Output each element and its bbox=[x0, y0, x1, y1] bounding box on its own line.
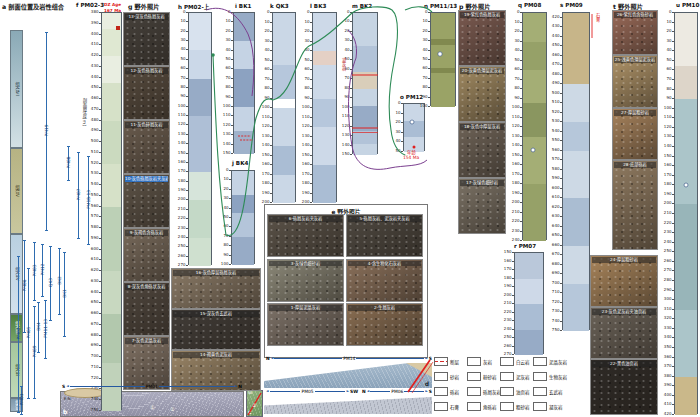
depth-tick-label: 270 bbox=[660, 268, 672, 272]
depth-tick bbox=[310, 202, 313, 203]
lith-dots bbox=[189, 200, 211, 237]
cross-section-d-lower bbox=[264, 395, 432, 414]
legend-swatch-dolo bbox=[500, 357, 514, 366]
depth-tick-label: 10 bbox=[416, 19, 428, 23]
depth-tick-label: 240 bbox=[508, 238, 520, 242]
panel-g-title: g 野外照片 bbox=[128, 2, 159, 11]
depth-tick-label: 130 bbox=[258, 134, 270, 138]
lith-brick bbox=[102, 13, 121, 29]
assemblage-segment: 组合VI bbox=[10, 30, 23, 148]
column-i bbox=[233, 12, 255, 153]
depth-tick-label: 740 bbox=[548, 319, 560, 323]
depth-tick-label: 510 bbox=[87, 150, 99, 154]
arrow-text: ◄ bbox=[367, 389, 370, 394]
depth-tick-label: 170 bbox=[258, 172, 270, 176]
photo-caption: 14-褐黄色泥灰岩 bbox=[173, 352, 259, 358]
field-photo: 9-灰褐色含砾灰岩 bbox=[123, 228, 170, 282]
depth-tick-label: 530 bbox=[548, 119, 560, 123]
lith-brick bbox=[563, 84, 589, 122]
depth-tick-label: 580 bbox=[87, 225, 99, 229]
depth-tick-label: 90 bbox=[174, 94, 186, 98]
depth-tick-label: 0 bbox=[219, 10, 231, 14]
depth-tick-label: 30 bbox=[508, 39, 520, 43]
legend-label: 砾岩 bbox=[450, 389, 459, 395]
lith-check bbox=[313, 165, 336, 203]
depth-tick-label: 50 bbox=[219, 57, 231, 61]
figure-canvas: a 剖面位置及岩性组合 剖面厚度(m) g 野外照片 p 野外照片 t 野外照片… bbox=[0, 0, 700, 417]
lith-brick bbox=[313, 127, 336, 165]
depth-tick-label: 240 bbox=[174, 235, 186, 239]
depth-tick-label: 90 bbox=[416, 95, 428, 99]
photo-caption: 10-灰色砾屑灰岩夹灰岩 bbox=[125, 176, 168, 182]
depth-tick-label: 50 bbox=[174, 57, 186, 61]
field-photo: 13-深灰色砾屑灰岩 bbox=[123, 12, 170, 66]
legend-swatch-ellip bbox=[467, 387, 481, 396]
lith-brick bbox=[273, 108, 295, 146]
field-photo: 25-浅黄色薄层泥灰岩 bbox=[612, 55, 658, 108]
depth-tick bbox=[270, 202, 273, 203]
depth-tick-label: 20 bbox=[219, 29, 231, 33]
depth-tick-label: 700 bbox=[548, 281, 560, 285]
arrow-text: ◄ bbox=[66, 384, 69, 389]
depth-tick-label: 160 bbox=[174, 160, 186, 164]
depth-tick-label: 70 bbox=[258, 77, 270, 81]
depth-tick-label: 100 bbox=[508, 105, 520, 109]
range-line-label: BK2 bbox=[56, 266, 61, 296]
lith-check bbox=[234, 13, 254, 41]
depth-tick-label: 210 bbox=[174, 207, 186, 211]
depth-tick-label: 260 bbox=[500, 344, 512, 348]
range-line-cap bbox=[33, 242, 37, 243]
photo-caption: 7-灰色泥晶灰岩 bbox=[125, 338, 168, 344]
depth-tick-label: 100 bbox=[217, 262, 229, 266]
depth-tick-label: 50 bbox=[660, 58, 672, 62]
depth-tick-label: 190 bbox=[298, 191, 310, 195]
depth-tick-label: 710 bbox=[87, 365, 99, 369]
depth-tick-label: 100 bbox=[174, 104, 186, 108]
lith-check bbox=[273, 146, 295, 175]
arrow-line bbox=[270, 391, 301, 392]
depth-tick-label: 120 bbox=[258, 124, 270, 128]
depth-tick-label: 10 bbox=[338, 19, 350, 23]
depth-tick-label: 180 bbox=[500, 276, 512, 280]
depth-tick-label: 40 bbox=[416, 48, 428, 52]
section-range-PM14: N◄PM14►S bbox=[266, 356, 432, 361]
depth-tick-label: 140 bbox=[258, 143, 270, 147]
range-line-cap bbox=[44, 358, 48, 359]
depth-tick-label: 280 bbox=[660, 278, 672, 282]
depth-tick-label: 540 bbox=[548, 129, 560, 133]
depth-tick-label: 610 bbox=[548, 195, 560, 199]
depth-tick-label: 120 bbox=[660, 125, 672, 129]
legend-swatch-brickdot bbox=[533, 357, 547, 366]
legend-swatch-dash bbox=[467, 372, 481, 381]
legend-label: 砂岩 bbox=[450, 374, 459, 380]
depth-tick-label: 110 bbox=[338, 114, 350, 118]
depth-tick-label: 120 bbox=[508, 124, 520, 128]
depth-tick-label: 460 bbox=[87, 96, 99, 100]
depth-tick-label: 130 bbox=[660, 134, 672, 138]
depth-tick-label: 390 bbox=[660, 383, 672, 387]
thickness-axis-label: 剖面厚度(m) bbox=[81, 98, 87, 127]
range-line-cap bbox=[37, 302, 41, 303]
depth-tick-label: 190 bbox=[660, 192, 672, 196]
arrow-line bbox=[70, 386, 145, 387]
range-line-cap bbox=[41, 244, 45, 245]
depth-tick-label: 40 bbox=[217, 206, 229, 210]
depth-tick-label: 30 bbox=[298, 39, 310, 43]
depth-tick-label: 640 bbox=[548, 224, 560, 228]
column-m bbox=[352, 12, 378, 154]
photo-caption: 15-深灰色玄武岩 bbox=[173, 311, 259, 317]
field-photo: 6-砾屑灰岩夹灰岩 bbox=[267, 214, 344, 257]
depth-tick-label: 170 bbox=[298, 172, 310, 176]
depth-tick-label: 90 bbox=[508, 96, 520, 100]
field-photo: 19-紫红色砾屑灰岩 bbox=[458, 10, 506, 66]
lith-check bbox=[563, 284, 589, 331]
range-line-cap bbox=[63, 252, 67, 253]
depth-tick-label: 50 bbox=[217, 215, 229, 219]
circled-number: ② bbox=[170, 406, 174, 412]
depth-tick-label: 40 bbox=[660, 48, 672, 52]
depth-tick-label: 190 bbox=[508, 191, 520, 195]
depth-tick-label: 270 bbox=[500, 352, 512, 356]
photo-caption: 17-灰绿色细砂岩 bbox=[460, 180, 504, 186]
lith-brick bbox=[102, 56, 121, 83]
depth-tick-label: 420 bbox=[660, 412, 672, 416]
